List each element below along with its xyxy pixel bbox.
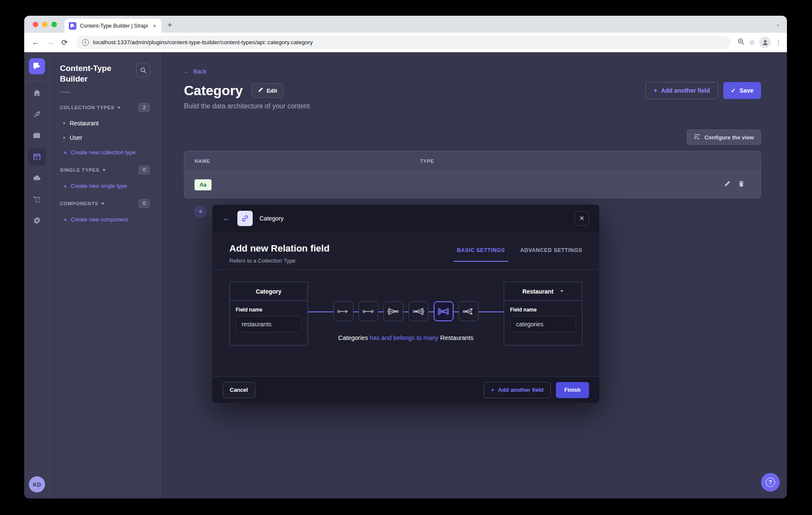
source-type-header: Category <box>230 282 307 301</box>
modal-title: Add new Relation field <box>229 243 330 254</box>
list-settings-icon <box>694 134 700 141</box>
plus-icon: + <box>491 387 494 393</box>
target-type-dropdown[interactable]: Restaurant <box>504 282 582 301</box>
fields-table: NAME TYPE Aa <box>184 151 761 198</box>
content-type-builder-panel: Content-Type Builder COLLECTION TYPES 2 … <box>50 52 161 498</box>
forward-icon[interactable]: → <box>44 36 56 49</box>
home-icon[interactable] <box>28 84 46 102</box>
create-single-type-link[interactable]: + Create new single type <box>63 182 150 190</box>
components-count: 0 <box>138 199 150 208</box>
column-type: TYPE <box>420 158 434 164</box>
table-header-row: NAME TYPE <box>184 151 761 171</box>
content-manager-feather-icon[interactable] <box>28 105 46 123</box>
finish-button[interactable]: Finish <box>556 382 589 398</box>
search-button[interactable] <box>136 63 150 77</box>
relation-one-way-icon[interactable] <box>333 301 353 321</box>
question-mark-icon: ? <box>766 478 775 487</box>
field-name-label: Field name <box>236 307 302 313</box>
relation-many-to-many-icon[interactable] <box>434 301 454 321</box>
bullet-icon <box>63 137 65 139</box>
panel-divider <box>60 92 70 93</box>
relation-many-way-icon[interactable] <box>459 301 479 321</box>
add-another-field-button[interactable]: + Add another field <box>646 82 718 99</box>
user-avatar[interactable]: KD <box>29 476 45 492</box>
marketplace-cart-icon[interactable] <box>28 190 46 208</box>
modal-body: Add new Relation field Refers to a Colle… <box>212 232 599 376</box>
components-header[interactable]: COMPONENTS 0 <box>60 199 150 208</box>
relation-configurator: Category Field name <box>229 280 582 348</box>
modal-subtitle: Refers to a Collection Type <box>229 258 330 264</box>
edit-field-pencil-icon[interactable] <box>724 181 730 189</box>
close-window-button[interactable] <box>33 22 38 27</box>
modal-back-arrow-icon[interactable]: ← <box>223 214 231 223</box>
chevron-down-icon <box>101 203 104 205</box>
browser-tab[interactable]: Content-Type Builder | Strapi × <box>65 19 161 33</box>
tab-basic-settings[interactable]: BASIC SETTINGS <box>457 247 505 262</box>
bullet-icon <box>63 122 65 124</box>
strapi-app: KD Content-Type Builder COLLECTION TYPES… <box>24 52 787 498</box>
relation-many-to-one-icon[interactable] <box>383 301 403 321</box>
create-component-link[interactable]: + Create new component <box>63 216 150 223</box>
delete-field-trash-icon[interactable] <box>738 181 744 189</box>
tab-close-icon[interactable]: × <box>152 22 157 30</box>
help-button[interactable]: ? <box>761 473 780 492</box>
chevron-down-icon <box>102 169 106 171</box>
plus-icon: + <box>63 216 67 223</box>
collection-types-header[interactable]: COLLECTION TYPES 2 <box>60 103 150 112</box>
plus-icon: + <box>654 87 657 94</box>
browser-profile-avatar[interactable] <box>759 37 771 48</box>
chrome-menu-icon[interactable]: ⋮ <box>775 38 782 46</box>
edit-button[interactable]: Edit <box>251 83 284 98</box>
sidebar-item-restaurant[interactable]: Restaurant <box>63 120 150 127</box>
toolbar-right: ☆ ⋮ <box>737 37 782 48</box>
settings-gear-icon[interactable] <box>28 212 46 229</box>
minimize-window-button[interactable] <box>42 22 48 27</box>
relation-type-buttons <box>333 301 479 321</box>
address-bar[interactable]: i localhost:1337/admin/plugins/content-t… <box>76 36 730 49</box>
table-row[interactable]: Aa <box>184 171 761 198</box>
cancel-button[interactable]: Cancel <box>223 382 255 398</box>
relation-one-to-many-icon[interactable] <box>409 301 429 321</box>
target-field-name-input[interactable] <box>510 316 576 332</box>
cloud-icon[interactable] <box>28 169 46 187</box>
chevron-down-icon <box>117 107 121 109</box>
bookmark-star-icon[interactable]: ☆ <box>749 38 755 46</box>
arrow-left-icon: ← <box>184 68 190 75</box>
zoom-window-button[interactable] <box>51 22 57 27</box>
browser-toolbar: ← → ⟳ i localhost:1337/admin/plugins/con… <box>24 33 787 52</box>
strapi-favicon <box>69 22 76 30</box>
source-field-name-input[interactable] <box>236 316 302 332</box>
create-collection-type-link[interactable]: + Create new collection type <box>63 149 150 156</box>
modal-add-another-field-button[interactable]: + Add another field <box>484 382 550 398</box>
column-name: NAME <box>195 158 210 164</box>
browser-window: Content-Type Builder | Strapi × + ⌄ ← → … <box>24 16 787 498</box>
url-text: localhost:1337/admin/plugins/content-typ… <box>93 39 313 45</box>
configure-view-button[interactable]: Configure the view <box>687 130 761 145</box>
save-button[interactable]: ✓ Save <box>723 82 761 99</box>
tab-advanced-settings[interactable]: ADVANCED SETTINGS <box>520 247 582 262</box>
back-icon[interactable]: ← <box>29 36 42 49</box>
site-info-icon[interactable]: i <box>82 39 89 46</box>
new-tab-button[interactable]: + <box>167 20 172 30</box>
media-library-icon[interactable] <box>28 127 46 144</box>
strapi-logo[interactable] <box>29 58 45 74</box>
add-relation-modal: ← Category ✕ Add new Relation field Refe… <box>212 205 599 403</box>
macos-traffic-lights[interactable] <box>33 22 57 27</box>
content-type-builder-icon[interactable] <box>28 148 46 166</box>
screen: Content-Type Builder | Strapi × + ⌄ ← → … <box>0 0 812 515</box>
zoom-page-icon[interactable] <box>737 38 745 47</box>
single-types-header[interactable]: SINGLE TYPES 0 <box>60 165 150 175</box>
page-subtitle: Build the data architecture of your cont… <box>184 102 761 110</box>
sidebar-item-user[interactable]: User <box>63 134 150 141</box>
back-link[interactable]: ← Back <box>184 68 206 75</box>
collection-types-count: 2 <box>138 103 150 112</box>
modal-breadcrumb: Category <box>259 215 284 222</box>
relation-one-to-one-icon[interactable] <box>358 301 378 321</box>
field-name-label: Field name <box>510 307 576 313</box>
close-icon[interactable]: ✕ <box>575 211 589 226</box>
tabs-divider <box>212 269 599 270</box>
reload-icon[interactable]: ⟳ <box>58 36 71 49</box>
main-nav-rail: KD <box>24 52 50 498</box>
tab-search-chevron-icon[interactable]: ⌄ <box>775 21 780 27</box>
modal-footer: Cancel + Add another field Finish <box>212 376 599 403</box>
